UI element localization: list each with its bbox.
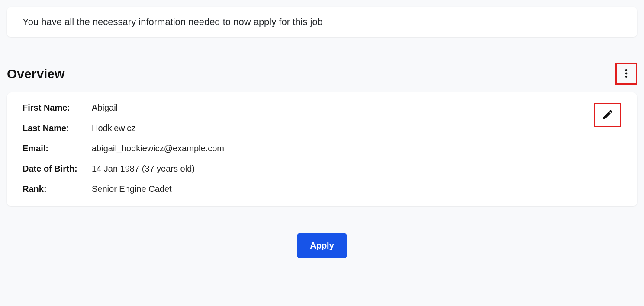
- section-header: Overview: [7, 63, 637, 85]
- field-row: Rank: Senior Engine Cadet: [23, 184, 621, 194]
- field-value: Hodkiewicz: [92, 123, 135, 133]
- info-banner: You have all the necessary information n…: [7, 7, 637, 37]
- field-label: Last Name:: [23, 123, 92, 133]
- info-banner-text: You have all the necessary information n…: [23, 16, 323, 27]
- section-title: Overview: [7, 67, 64, 81]
- field-label: Rank:: [23, 184, 92, 194]
- field-value: 14 Jan 1987 (37 years old): [92, 164, 195, 174]
- apply-button-container: Apply: [7, 233, 637, 258]
- svg-point-1: [625, 72, 628, 74]
- field-label: Date of Birth:: [23, 164, 92, 174]
- overview-card: First Name: Abigail Last Name: Hodkiewic…: [7, 92, 637, 206]
- field-value: Abigail: [92, 103, 118, 113]
- pencil-icon: [602, 108, 614, 122]
- apply-button[interactable]: Apply: [297, 233, 347, 258]
- field-row: Last Name: Hodkiewicz: [23, 123, 621, 133]
- field-label: Email:: [23, 143, 92, 153]
- svg-point-0: [625, 69, 628, 71]
- field-value: Senior Engine Cadet: [92, 184, 172, 194]
- field-list: First Name: Abigail Last Name: Hodkiewic…: [7, 92, 637, 206]
- field-label: First Name:: [23, 103, 92, 113]
- more-vertical-icon: [621, 68, 632, 80]
- field-row: First Name: Abigail: [23, 103, 621, 113]
- field-row: Email: abigail_hodkiewicz@example.com: [23, 143, 621, 153]
- field-row: Date of Birth: 14 Jan 1987 (37 years old…: [23, 164, 621, 174]
- more-options-button[interactable]: [615, 63, 637, 85]
- field-value: abigail_hodkiewicz@example.com: [92, 143, 224, 153]
- svg-point-2: [625, 76, 628, 78]
- edit-overview-button[interactable]: [594, 103, 621, 127]
